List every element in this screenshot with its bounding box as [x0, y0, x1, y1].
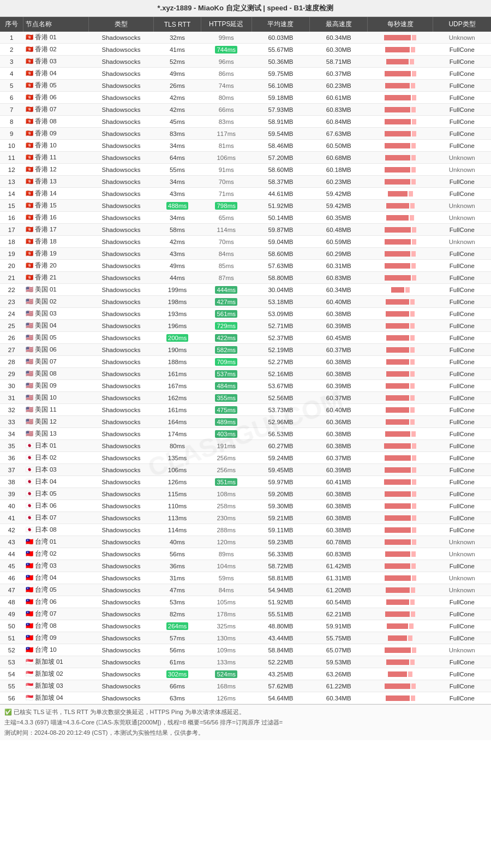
cell-tls: 36ms [154, 560, 201, 572]
col-https: HTTPS延迟 [201, 17, 252, 32]
cell-speed [368, 656, 433, 668]
cell-speed [368, 248, 433, 260]
cell-speed [368, 536, 433, 548]
cell-tls: 198ms [154, 296, 201, 308]
cell-udp: FullCone [433, 416, 491, 428]
cell-udp: FullCone [433, 356, 491, 368]
cell-name: 🇺🇸 美国 05 [23, 332, 89, 344]
table-row: 32 🇺🇸 美国 11 Shadowsocks 161ms 475ms 53.7… [0, 404, 491, 416]
cell-name: 🇭🇰 香港 04 [23, 68, 89, 80]
cell-avg: 30.04MB [252, 284, 309, 296]
cell-tls: 164ms [154, 416, 201, 428]
table-row: 25 🇺🇸 美国 04 Shadowsocks 196ms 729ms 52.7… [0, 320, 491, 332]
cell-max: 60.37MB [310, 452, 368, 464]
cell-speed [368, 32, 433, 44]
cell-max: 60.61MB [310, 92, 368, 104]
cell-tls: 80ms [154, 440, 201, 452]
cell-tls: 82ms [154, 608, 201, 620]
cell-udp: FullCone [433, 680, 491, 692]
cell-https: 798ms [201, 200, 252, 212]
cell-tls: 61ms [154, 656, 201, 668]
cell-type: Shadowsocks [88, 356, 154, 368]
cell-max: 60.37MB [310, 392, 368, 404]
cell-type: Shadowsocks [88, 260, 154, 272]
cell-name: 🇹🇼 台湾 02 [23, 548, 89, 560]
cell-name: 🇭🇰 香港 10 [23, 140, 89, 152]
cell-speed [368, 140, 433, 152]
cell-udp: FullCone [433, 188, 491, 200]
cell-name: 🇭🇰 香港 03 [23, 56, 89, 68]
cell-avg: 52.96MB [252, 416, 309, 428]
table-row: 6 🇭🇰 香港 06 Shadowsocks 42ms 80ms 59.18MB… [0, 92, 491, 104]
cell-tls: 83ms [154, 128, 201, 140]
cell-type: Shadowsocks [88, 428, 154, 440]
cell-seq: 41 [0, 512, 23, 524]
table-row: 18 🇭🇰 香港 18 Shadowsocks 42ms 70ms 59.04M… [0, 236, 491, 248]
cell-seq: 48 [0, 596, 23, 608]
cell-tls: 55ms [154, 164, 201, 176]
cell-tls: 199ms [154, 284, 201, 296]
cell-udp: Unknown [433, 164, 491, 176]
cell-max: 60.34MB [310, 284, 368, 296]
cell-type: Shadowsocks [88, 56, 154, 68]
table-row: 37 🇯🇵 日本 03 Shadowsocks 106ms 256ms 59.4… [0, 464, 491, 476]
cell-avg: 58.81MB [252, 572, 309, 584]
cell-type: Shadowsocks [88, 392, 154, 404]
cell-seq: 13 [0, 176, 23, 188]
table-row: 41 🇯🇵 日本 07 Shadowsocks 113ms 230ms 59.2… [0, 512, 491, 524]
cell-https: 84ms [201, 248, 252, 260]
cell-speed [368, 44, 433, 56]
cell-seq: 29 [0, 368, 23, 380]
cell-avg: 59.87MB [252, 224, 309, 236]
cell-name: 🇯🇵 日本 01 [23, 440, 89, 452]
cell-tls: 196ms [154, 320, 201, 332]
cell-udp: Unknown [433, 236, 491, 248]
cell-seq: 2 [0, 44, 23, 56]
cell-avg: 51.92MB [252, 596, 309, 608]
cell-https: 130ms [201, 632, 252, 644]
cell-speed [368, 464, 433, 476]
cell-tls: 45ms [154, 116, 201, 128]
cell-udp: Unknown [433, 536, 491, 548]
cell-speed [368, 104, 433, 116]
cell-avg: 58.91MB [252, 116, 309, 128]
cell-udp: FullCone [433, 272, 491, 284]
cell-seq: 43 [0, 536, 23, 548]
cell-type: Shadowsocks [88, 536, 154, 548]
cell-avg: 59.45MB [252, 464, 309, 476]
cell-seq: 15 [0, 200, 23, 212]
cell-tls: 58ms [154, 224, 201, 236]
cell-speed [368, 200, 433, 212]
cell-seq: 17 [0, 224, 23, 236]
cell-seq: 19 [0, 248, 23, 260]
cell-max: 60.48MB [310, 224, 368, 236]
cell-speed [368, 284, 433, 296]
cell-type: Shadowsocks [88, 116, 154, 128]
cell-https: 83ms [201, 116, 252, 128]
table-row: 5 🇭🇰 香港 05 Shadowsocks 26ms 74ms 56.10MB… [0, 80, 491, 92]
cell-max: 60.68MB [310, 152, 368, 164]
cell-https: 81ms [201, 140, 252, 152]
cell-speed [368, 452, 433, 464]
cell-https: 191ms [201, 440, 252, 452]
cell-tls: 161ms [154, 368, 201, 380]
col-speed: 每秒速度 [368, 17, 433, 32]
cell-speed [368, 416, 433, 428]
cell-speed [368, 692, 433, 704]
cell-udp: Unknown [433, 548, 491, 560]
cell-https: 65ms [201, 212, 252, 224]
table-row: 30 🇺🇸 美国 09 Shadowsocks 167ms 484ms 53.6… [0, 380, 491, 392]
cell-tls: 53ms [154, 596, 201, 608]
cell-udp: FullCone [433, 692, 491, 704]
cell-seq: 37 [0, 464, 23, 476]
cell-name: 🇭🇰 香港 20 [23, 260, 89, 272]
table-row: 39 🇯🇵 日本 05 Shadowsocks 115ms 108ms 59.2… [0, 488, 491, 500]
cell-https: 729ms [201, 320, 252, 332]
cell-avg: 53.67MB [252, 380, 309, 392]
cell-max: 60.18MB [310, 164, 368, 176]
cell-name: 🇹🇼 台湾 07 [23, 608, 89, 620]
cell-seq: 53 [0, 656, 23, 668]
cell-udp: FullCone [433, 44, 491, 56]
cell-speed [368, 188, 433, 200]
cell-max: 60.38MB [310, 440, 368, 452]
